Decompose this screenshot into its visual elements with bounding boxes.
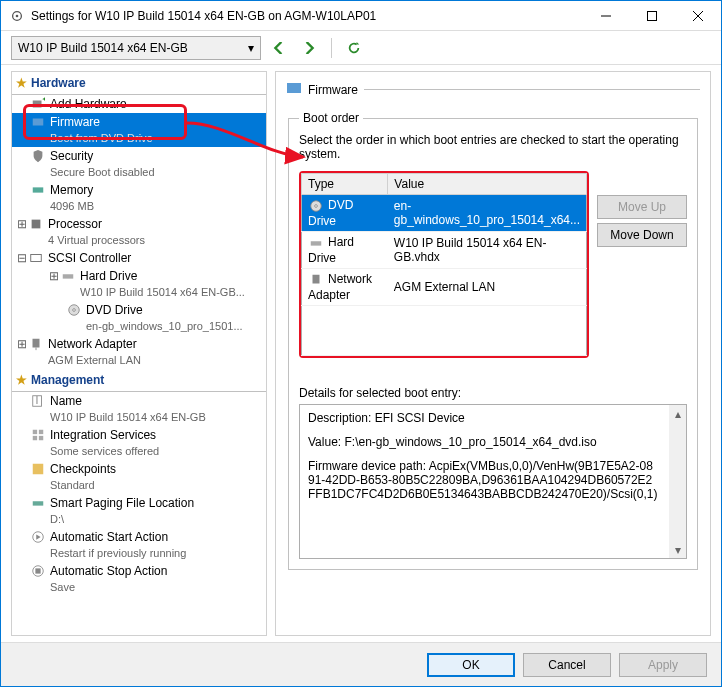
sidebar[interactable]: ★ Hardware ✦ Add Hardware FirmwareBoot f… xyxy=(11,71,267,636)
svg-rect-32 xyxy=(313,275,320,284)
network-icon xyxy=(28,336,44,352)
svg-rect-24 xyxy=(33,501,44,505)
cancel-button[interactable]: Cancel xyxy=(523,653,611,677)
boot-row-hard-drive[interactable]: Hard Drive W10 IP Build 15014 x64 EN-GB.… xyxy=(302,232,587,269)
tree-auto-stop[interactable]: Automatic Stop ActionSave xyxy=(12,562,266,596)
refresh-button[interactable] xyxy=(342,36,366,60)
boot-description: Select the order in which boot entries a… xyxy=(299,133,687,161)
svg-rect-3 xyxy=(648,11,657,20)
svg-rect-11 xyxy=(31,255,42,262)
expand-icon[interactable]: ⊞ xyxy=(48,268,60,284)
details-description: Description: EFI SCSI Device xyxy=(308,411,658,425)
svg-rect-8 xyxy=(33,119,44,126)
tree-network-adapter[interactable]: ⊞ Network AdapterAGM External LAN xyxy=(12,335,266,369)
col-value[interactable]: Value xyxy=(388,174,587,195)
col-type[interactable]: Type xyxy=(302,174,388,195)
tree-checkpoints[interactable]: CheckpointsStandard xyxy=(12,460,266,494)
settings-icon xyxy=(9,8,25,24)
divider xyxy=(364,89,700,90)
tree-dvd-drive[interactable]: DVD Driveen-gb_windows_10_pro_1501... xyxy=(12,301,266,335)
name-icon: I xyxy=(30,393,46,409)
dvd-icon xyxy=(308,198,324,214)
svg-text:✦: ✦ xyxy=(41,97,45,105)
window-title: Settings for W10 IP Build 15014 x64 EN-G… xyxy=(31,9,583,23)
footer: OK Cancel Apply xyxy=(1,642,721,686)
boot-order-group: Boot order Select the order in which boo… xyxy=(288,111,698,570)
details-box: Description: EFI SCSI Device Value: F:\e… xyxy=(299,404,687,559)
vm-selector[interactable]: W10 IP Build 15014 x64 EN-GB ▾ xyxy=(11,36,261,60)
ok-button[interactable]: OK xyxy=(427,653,515,677)
svg-point-1 xyxy=(16,14,19,17)
boot-row-network[interactable]: Network Adapter AGM External LAN xyxy=(302,269,587,306)
svg-rect-15 xyxy=(33,339,40,348)
tree-auto-start[interactable]: Automatic Start ActionRestart if previou… xyxy=(12,528,266,562)
paging-icon xyxy=(30,495,46,511)
svg-rect-22 xyxy=(39,436,43,440)
tree-processor[interactable]: ⊞ Processor4 Virtual processors xyxy=(12,215,266,249)
apply-button[interactable]: Apply xyxy=(619,653,707,677)
move-down-button[interactable]: Move Down xyxy=(597,223,687,247)
checkpoints-icon xyxy=(30,461,46,477)
auto-stop-icon xyxy=(30,563,46,579)
details-value: Value: F:\en-gb_windows_10_pro_15014_x64… xyxy=(308,435,658,449)
svg-rect-10 xyxy=(32,220,41,229)
svg-rect-31 xyxy=(311,241,322,245)
svg-rect-21 xyxy=(33,436,37,440)
vm-selector-label: W10 IP Build 15014 x64 EN-GB xyxy=(18,41,188,55)
firmware-icon xyxy=(30,114,46,130)
toolbar: W10 IP Build 15014 x64 EN-GB ▾ xyxy=(1,31,721,65)
hardware-star-icon: ★ xyxy=(16,76,27,90)
section-management: ★ Management xyxy=(12,369,266,392)
management-star-icon: ★ xyxy=(16,373,27,387)
chevron-down-icon: ▾ xyxy=(248,41,254,55)
maximize-button[interactable] xyxy=(629,1,675,31)
nav-forward-button[interactable] xyxy=(297,36,321,60)
svg-point-30 xyxy=(315,205,318,208)
svg-rect-23 xyxy=(33,464,44,475)
processor-icon xyxy=(28,216,44,232)
boot-table[interactable]: Type Value DVD Drive en-gb_windows_10_pr… xyxy=(301,173,587,356)
scroll-down-icon[interactable]: ▾ xyxy=(669,541,686,558)
tree-memory[interactable]: Memory4096 MB xyxy=(12,181,266,215)
svg-rect-9 xyxy=(33,187,44,192)
close-button[interactable] xyxy=(675,1,721,31)
tree-firmware[interactable]: FirmwareBoot from DVD Drive xyxy=(12,113,266,147)
svg-text:I: I xyxy=(35,394,38,406)
nav-back-button[interactable] xyxy=(267,36,291,60)
scroll-up-icon[interactable]: ▴ xyxy=(669,405,686,422)
dvd-icon xyxy=(66,302,82,318)
tree-paging[interactable]: Smart Paging File LocationD:\ xyxy=(12,494,266,528)
scrollbar[interactable]: ▴ ▾ xyxy=(669,405,686,558)
tree-hard-drive[interactable]: ⊞ Hard DriveW10 IP Build 15014 x64 EN-GB… xyxy=(12,267,266,301)
add-hardware-icon: ✦ xyxy=(30,96,46,112)
svg-rect-20 xyxy=(39,430,43,434)
main-title: Firmware xyxy=(308,83,358,97)
move-up-button[interactable]: Move Up xyxy=(597,195,687,219)
network-icon xyxy=(308,272,324,288)
boot-row-dvd[interactable]: DVD Drive en-gb_windows_10_pro_15014_x64… xyxy=(302,195,587,232)
tree-add-hardware[interactable]: ✦ Add Hardware xyxy=(12,95,266,113)
main-panel: Firmware Boot order Select the order in … xyxy=(275,71,711,636)
divider xyxy=(331,38,332,58)
minimize-button[interactable] xyxy=(583,1,629,31)
security-icon xyxy=(30,148,46,164)
firmware-header-icon xyxy=(286,80,302,99)
memory-icon xyxy=(30,182,46,198)
tree-name[interactable]: I NameW10 IP Build 15014 x64 EN-GB xyxy=(12,392,266,426)
expand-icon[interactable]: ⊞ xyxy=(16,216,28,232)
expand-icon[interactable]: ⊞ xyxy=(16,336,28,352)
auto-start-icon xyxy=(30,529,46,545)
details-label: Details for selected boot entry: xyxy=(299,386,687,400)
hard-drive-icon xyxy=(308,235,324,251)
section-hardware: ★ Hardware xyxy=(12,72,266,95)
collapse-icon[interactable]: ⊟ xyxy=(16,250,28,266)
tree-security[interactable]: SecuritySecure Boot disabled xyxy=(12,147,266,181)
svg-rect-27 xyxy=(35,568,40,573)
tree-integration[interactable]: Integration ServicesSome services offere… xyxy=(12,426,266,460)
hard-drive-icon xyxy=(60,268,76,284)
svg-rect-19 xyxy=(33,430,37,434)
details-path: Firmware device path: AcpiEx(VMBus,0,0)/… xyxy=(308,459,658,501)
tree-scsi[interactable]: ⊟ SCSI Controller xyxy=(12,249,266,267)
svg-rect-28 xyxy=(287,83,301,93)
integration-icon xyxy=(30,427,46,443)
